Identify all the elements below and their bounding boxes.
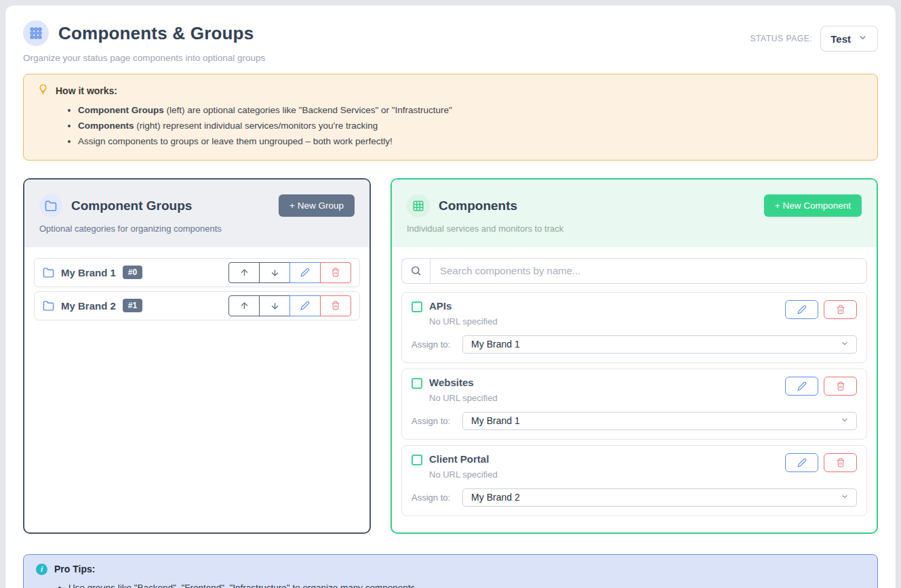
component-actions: [785, 453, 857, 472]
component-card: Client Portal No URL specified Assign to…: [401, 445, 867, 516]
status-page-value: Test: [830, 33, 851, 45]
components-panel-header: Components + New Component Individual se…: [392, 180, 877, 247]
component-name: Websites: [429, 377, 474, 389]
search-icon: [401, 258, 430, 284]
folder-icon: [43, 267, 54, 278]
assign-to-label: Assign to:: [412, 339, 450, 350]
group-name: My Brand 2: [61, 300, 116, 312]
components-panel: Components + New Component Individual se…: [391, 178, 878, 534]
components-panel-title: Components: [439, 198, 517, 213]
assign-group-select[interactable]: My Brand 1: [462, 412, 857, 430]
page-subtitle: Organize your status page components int…: [23, 53, 265, 63]
component-checkbox[interactable]: [412, 455, 422, 465]
how-it-works-item: Components (right) represent individual …: [78, 119, 864, 134]
groups-list: My Brand 1 #0 My Bra: [24, 247, 369, 335]
delete-component-button[interactable]: [824, 300, 857, 319]
component-card: Websites No URL specified Assign to: My …: [401, 369, 867, 440]
how-it-works-item: Component Groups (left) are optional cat…: [78, 103, 864, 119]
assign-group-select[interactable]: My Brand 1: [462, 335, 857, 354]
lightbulb-icon: [37, 83, 49, 98]
assign-to-label: Assign to:: [412, 416, 450, 426]
status-page-dropdown[interactable]: Test: [820, 26, 878, 51]
component-groups-panel: Component Groups + New Group Optional ca…: [23, 178, 371, 534]
table-grid-icon: [407, 194, 430, 217]
group-row: My Brand 1 #0: [34, 258, 360, 287]
component-checkbox[interactable]: [412, 301, 422, 312]
edit-group-button[interactable]: [289, 262, 321, 283]
components-list: APIs No URL specified Assign to: My Bran…: [392, 247, 877, 532]
search-input[interactable]: [430, 258, 867, 284]
component-card: APIs No URL specified Assign to: My Bran…: [401, 292, 867, 363]
groups-panel-header: Component Groups + New Group Optional ca…: [24, 180, 369, 247]
move-up-button[interactable]: [228, 262, 260, 283]
group-row: My Brand 2 #1: [34, 291, 360, 320]
pro-tips-title: Pro Tips:: [54, 564, 95, 574]
components-grid-icon: [23, 20, 49, 46]
component-actions: [785, 300, 857, 319]
move-down-button[interactable]: [259, 295, 290, 316]
groups-panel-subtitle: Optional categories for organizing compo…: [39, 224, 355, 234]
delete-group-button[interactable]: [320, 262, 351, 283]
new-component-button[interactable]: + New Component: [764, 194, 862, 217]
how-it-works-item: Assign components to groups or leave the…: [78, 134, 864, 150]
how-it-works-title: How it works:: [56, 85, 117, 96]
chevron-down-icon: [858, 33, 868, 45]
status-page-selector-wrap: STATUS PAGE: Test: [750, 26, 878, 51]
assign-to-label: Assign to:: [412, 492, 450, 503]
component-checkbox[interactable]: [412, 378, 422, 389]
component-url-note: No URL specified: [429, 469, 498, 480]
pro-tips-list: Use groups like "Backend", "Frontend", "…: [36, 581, 865, 588]
assign-group-select[interactable]: My Brand 2: [462, 488, 857, 507]
component-actions: [785, 377, 857, 396]
components-panel-subtitle: Individual services and monitors to trac…: [407, 224, 862, 234]
assigned-group-value: My Brand 1: [471, 339, 520, 350]
edit-group-button[interactable]: [289, 295, 321, 316]
delete-component-button[interactable]: [824, 377, 857, 396]
new-group-button[interactable]: + New Group: [279, 194, 355, 217]
edit-component-button[interactable]: [785, 300, 818, 319]
group-name: My Brand 1: [61, 267, 116, 278]
chevron-down-icon: [840, 492, 849, 503]
move-down-button[interactable]: [259, 262, 290, 283]
edit-component-button[interactable]: [785, 453, 818, 472]
page-card: Components & Groups Organize your status…: [5, 5, 896, 588]
chevron-down-icon: [840, 339, 849, 350]
page-title: Components & Groups: [58, 23, 254, 44]
delete-component-button[interactable]: [824, 453, 857, 472]
how-it-works-box: How it works: Component Groups (left) ar…: [23, 74, 878, 161]
component-name: APIs: [429, 300, 452, 312]
delete-group-button[interactable]: [320, 295, 351, 316]
chevron-down-icon: [840, 415, 849, 427]
component-search: [401, 258, 867, 284]
component-url-note: No URL specified: [429, 316, 498, 327]
component-url-note: No URL specified: [429, 393, 498, 403]
folder-icon: [39, 194, 62, 217]
group-order-badge: #0: [123, 266, 142, 279]
move-up-button[interactable]: [228, 295, 260, 316]
how-it-works-list: Component Groups (left) are optional cat…: [37, 103, 864, 150]
pro-tip-item: Use groups like "Backend", "Frontend", "…: [68, 581, 865, 588]
group-actions: [228, 295, 351, 316]
folder-icon: [43, 300, 54, 312]
edit-component-button[interactable]: [785, 377, 818, 396]
pro-tips-box: i Pro Tips: Use groups like "Backend", "…: [23, 554, 878, 588]
assigned-group-value: My Brand 2: [471, 492, 520, 503]
page-header: Components & Groups Organize your status…: [23, 20, 878, 63]
groups-panel-title: Component Groups: [71, 198, 192, 213]
component-name: Client Portal: [429, 453, 489, 465]
group-order-badge: #1: [123, 299, 142, 312]
info-icon: i: [36, 564, 47, 575]
title-block: Components & Groups Organize your status…: [23, 20, 265, 63]
group-actions: [228, 262, 351, 283]
assigned-group-value: My Brand 1: [471, 415, 520, 426]
status-page-label: STATUS PAGE:: [750, 34, 812, 43]
